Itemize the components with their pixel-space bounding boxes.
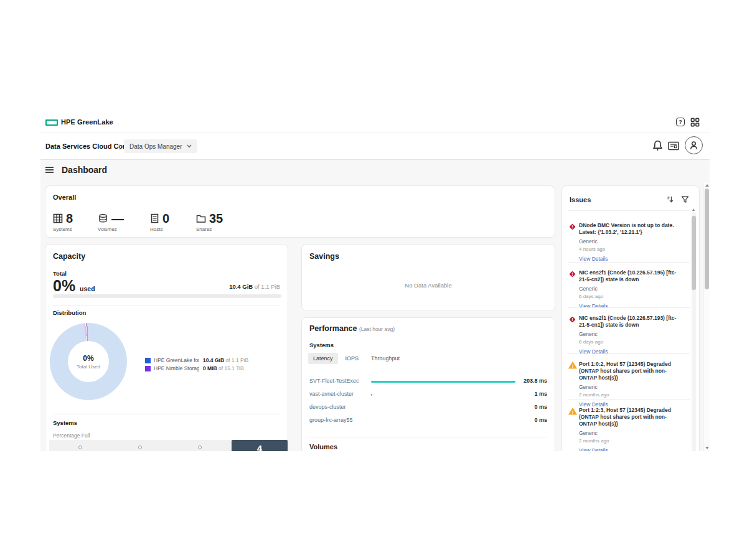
svg-text:!: ! [572,410,573,414]
issue-category: Generic [579,331,690,337]
issue-category: Generic [579,238,690,245]
bell-icon [652,140,663,152]
divider [568,307,690,308]
overall-card: Overall 8 Systems [45,185,555,238]
performance-row: devops-cluster 0 ms [309,404,547,413]
notifications-button[interactable] [652,140,663,154]
user-avatar-button[interactable] [685,136,703,154]
latency-bar [371,407,515,409]
scrollbar-thumb[interactable] [692,216,696,290]
stat-shares: 35 Shares [196,212,223,232]
issue-title: DNode BMC Version is not up to date. Lat… [579,222,680,236]
latency-value: 203.8 ms [524,378,547,384]
system-name-link[interactable]: devops-cluster [309,404,346,410]
sub-header: Data Services Cloud Console | Data Ops M… [40,133,710,160]
apps-grid-button[interactable] [690,118,700,127]
donut-center-value: 0% [83,354,93,363]
header-separator: | [119,142,121,150]
user-icon [688,140,699,151]
hosts-count: 0 [162,212,169,225]
tab-latency[interactable]: Latency [308,353,338,364]
announcements-button[interactable] [668,141,680,154]
issue-timestamp: 4 hours ago [579,246,690,252]
legend-value: 10.4 GiB of 1.1 PiB [203,357,248,363]
issue-item: ! NIC ens2f1 (Cnode (10.226.57.193) [ftc… [568,315,690,356]
scrollbar-thumb[interactable] [705,189,709,289]
legend-label: HPE GreenLake for File... [154,357,199,363]
issue-item: ! NIC ens2f1 (Cnode (10.226.57.195) [ftc… [568,269,690,310]
issues-toolbar [667,195,689,203]
question-icon: ? [676,118,685,126]
issue-category: Generic [579,430,690,436]
hosts-icon [150,213,159,223]
system-name-link[interactable]: vast-avnet-cluster [309,391,354,397]
performance-title: Performance (Last hour avg) [309,324,395,333]
capacity-used-value: 0% used [53,277,95,295]
histogram-zero-marker [138,446,142,449]
issue-title: NIC ens2f1 (Cnode (10.226.57.193) [ftc-2… [579,315,680,329]
view-details-link[interactable]: View Details [579,256,608,262]
svg-text:!: ! [572,364,573,368]
tab-iops[interactable]: IOPS [341,353,364,364]
issue-timestamp: 2 months ago [579,438,690,444]
percentage-full-histogram: 4 [49,440,288,451]
histogram-zero-marker [198,446,202,449]
legend-item-nimble: HPE Nimble Storage Al... 0 MiB of 15.1 T… [145,365,244,371]
legend-label: HPE Nimble Storage Al... [154,365,199,371]
volumes-count: — [111,212,124,225]
tab-throughput[interactable]: Throughput [366,353,405,364]
performance-tabs: Latency IOPS Throughput [308,353,405,364]
stat-volumes: — Volumes [98,212,124,232]
systems-icon [53,213,63,223]
scroll-down-arrow-icon[interactable] [705,447,709,449]
stat-hosts: 0 Hosts [150,212,169,232]
latency-value: 1 ms [534,391,547,397]
system-name-link[interactable]: SVT-Fleet-TestExec [309,378,359,384]
latency-value: 0 ms [534,404,547,410]
performance-row: SVT-Fleet-TestExec 203.8 ms [309,378,547,386]
help-button[interactable]: ? [676,118,685,127]
chevron-down-icon [187,144,192,148]
issues-scrollbar[interactable] [692,212,696,451]
issues-card: Issues ! DN [561,185,700,451]
overall-title: Overall [53,194,76,201]
latency-bar [371,394,515,396]
view-details-link[interactable]: View Details [579,447,608,451]
systems-label: Systems [53,226,73,232]
legend-swatch [145,366,151,371]
page-title: Dashboard [62,165,107,175]
capacity-systems-label: Systems [53,419,77,426]
hamburger-icon [45,167,54,168]
filter-icon[interactable] [681,195,689,203]
latency-bar [371,420,515,422]
scroll-up-arrow-icon[interactable] [705,184,709,187]
issue-timestamp: 2 months ago [579,392,690,398]
performance-subtitle: (Last hour avg) [359,326,395,332]
issue-item: ! DNode BMC Version is not up to date. L… [568,222,690,263]
view-details-link[interactable]: View Details [579,303,608,309]
page-scrollbar[interactable] [703,182,710,451]
menu-button[interactable] [45,167,54,174]
divider [568,353,690,354]
top-header: HPE GreenLake ? [40,114,710,133]
shares-count: 35 [209,212,223,225]
system-name-link[interactable]: group-frc-array55 [309,417,353,423]
app-selector-label: Data Ops Manager [129,143,182,150]
scroll-up-arrow-icon[interactable] [692,208,695,211]
capacity-progress-bar [53,294,281,298]
critical-icon: ! [568,223,576,231]
latency-bar [371,381,515,383]
svg-text:!: ! [571,317,573,322]
app-selector-dropdown[interactable]: Data Ops Manager [124,139,197,153]
issue-category: Generic [579,384,690,390]
capacity-usage-text: 10.4 GiB of 1.1 PiB [229,283,280,290]
donut-center: 0% Total Used [68,341,109,382]
sort-icon[interactable] [667,195,675,203]
legend-item-greenlake-file: HPE GreenLake for File... 10.4 GiB of 1.… [145,357,248,363]
warning-icon: ! [568,408,577,415]
distribution-donut-chart: 0% Total Used [50,323,127,400]
issue-timestamp: 6 days ago [579,294,690,299]
issue-item: ! Port 1:0:2, Host 57 (12345) Degraded (… [568,361,690,409]
legend-swatch [145,358,151,363]
savings-card: Savings No Data Available [301,244,555,311]
